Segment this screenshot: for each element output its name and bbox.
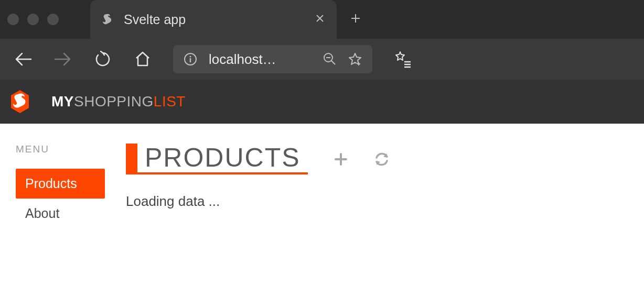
page-title: PRODUCTS xyxy=(137,144,308,172)
svelte-favicon-icon xyxy=(101,13,114,26)
svelte-logo-icon xyxy=(9,91,30,112)
address-bar[interactable]: localhost… xyxy=(173,45,372,73)
menu-label: MENU xyxy=(16,144,105,155)
close-tab-icon[interactable] xyxy=(314,13,326,26)
tab-title: Svelte app xyxy=(124,12,304,27)
new-tab-button[interactable] xyxy=(349,10,362,28)
window-minimize-button[interactable] xyxy=(27,14,39,25)
sidebar: MENU Products About xyxy=(16,144,105,228)
window-close-button[interactable] xyxy=(7,14,19,25)
sidebar-item-label: Products xyxy=(25,176,77,191)
forward-button[interactable] xyxy=(53,50,72,69)
heading-block: PRODUCTS xyxy=(126,144,308,174)
sidebar-item-about[interactable]: About xyxy=(16,199,105,228)
brand-part3: LIST xyxy=(154,93,186,109)
back-button[interactable] xyxy=(14,50,33,69)
browser-toolbar: localhost… xyxy=(0,39,644,80)
heading-row: PRODUCTS xyxy=(126,144,628,174)
brand-part1: MY xyxy=(51,93,74,109)
app-header: MYSHOPPINGLIST xyxy=(0,80,644,124)
heading-accent-bar xyxy=(126,144,137,172)
browser-tab[interactable]: Svelte app xyxy=(90,0,337,39)
reload-button[interactable] xyxy=(93,50,112,69)
page-content: MENU Products About PRODUCTS Loading dat… xyxy=(0,124,644,248)
traffic-lights xyxy=(7,14,59,25)
home-button[interactable] xyxy=(133,50,152,69)
bookmark-add-icon[interactable] xyxy=(348,52,362,66)
svg-point-1 xyxy=(190,56,191,58)
site-info-icon[interactable] xyxy=(184,52,197,66)
favorites-button[interactable] xyxy=(393,50,412,69)
app-brand: MYSHOPPINGLIST xyxy=(51,93,186,110)
sidebar-item-products[interactable]: Products xyxy=(16,169,105,199)
add-button[interactable] xyxy=(334,152,348,166)
browser-chrome: Svelte app localhost… xyxy=(0,0,644,80)
zoom-out-icon[interactable] xyxy=(323,52,337,66)
loading-text: Loading data ... xyxy=(126,193,628,210)
main-content: PRODUCTS Loading data ... xyxy=(126,144,628,228)
tab-strip: Svelte app xyxy=(0,0,644,39)
svg-rect-2 xyxy=(190,58,191,62)
address-text: localhost… xyxy=(209,51,312,68)
window-maximize-button[interactable] xyxy=(47,14,59,25)
brand-part2: SHOPPING xyxy=(74,93,154,109)
sidebar-item-label: About xyxy=(25,206,59,221)
refresh-button[interactable] xyxy=(374,151,390,167)
